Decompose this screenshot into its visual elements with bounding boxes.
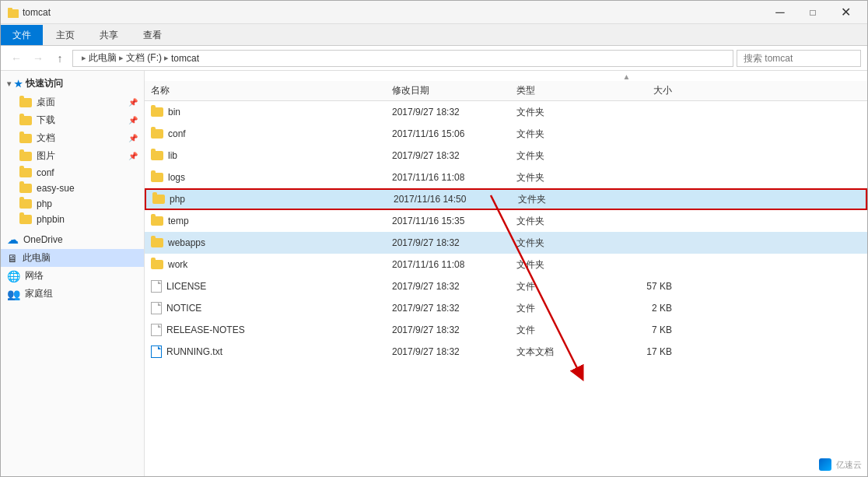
sidebar-item-homegroup[interactable]: 👥 家庭组 xyxy=(1,285,144,303)
file-list-header: 名称 修改日期 类型 大小 xyxy=(145,81,867,101)
tab-share[interactable]: 共享 xyxy=(88,25,130,45)
quick-access-arrow: ▾ xyxy=(7,79,11,88)
path-sep-2: ▸ xyxy=(164,53,169,63)
forward-button[interactable]: → xyxy=(29,49,47,68)
sidebar-item-conf[interactable]: conf xyxy=(1,165,144,181)
col-header-type[interactable]: 类型 xyxy=(516,84,610,97)
sidebar-item-phpbin[interactable]: phpbin xyxy=(1,212,144,227)
svg-rect-1 xyxy=(8,12,19,18)
file-date: 2017/9/27 18:32 xyxy=(392,107,516,117)
file-name: bin xyxy=(168,107,180,117)
homegroup-icon: 👥 xyxy=(7,288,20,300)
path-documents[interactable]: 文档 (F:) xyxy=(126,51,162,65)
sidebar-item-onedrive[interactable]: ☁ OneDrive xyxy=(1,230,144,249)
file-icon-titlebar xyxy=(7,6,19,19)
tab-home[interactable]: 主页 xyxy=(44,25,86,45)
file-date: 2017/9/27 18:32 xyxy=(392,237,516,248)
computer-icon: 🖥 xyxy=(7,252,18,265)
txt-file-icon xyxy=(151,345,162,358)
sidebar-section-quick-access[interactable]: ▾ ★ 快速访问 xyxy=(1,74,144,93)
pin-icon-documents: 📌 xyxy=(128,134,138,142)
folder-icon xyxy=(19,152,32,161)
title-bar: tomcat ─ □ ✕ xyxy=(1,1,867,24)
file-name: LICENSE xyxy=(166,281,206,292)
file-type: 文件夹 xyxy=(516,149,610,163)
file-row-temp[interactable]: temp 2017/11/16 15:35 文件夹 xyxy=(145,210,867,232)
sidebar-item-pictures[interactable]: 图片 📌 xyxy=(1,147,144,165)
file-row-logs[interactable]: logs 2017/11/16 11:08 文件夹 xyxy=(145,167,867,188)
file-date: 2017/9/27 18:32 xyxy=(392,150,516,161)
file-row-running-txt[interactable]: RUNNING.txt 2017/9/27 18:32 文本文档 17 KB xyxy=(145,341,867,363)
file-row-license[interactable]: LICENSE 2017/9/27 18:32 文件 57 KB xyxy=(145,275,867,297)
sidebar-item-label-network: 网络 xyxy=(25,269,44,282)
col-name-label: 名称 xyxy=(151,84,170,97)
pin-icon-desktop: 📌 xyxy=(128,98,138,107)
file-row-webapps[interactable]: webapps 2017/9/27 18:32 文件夹 xyxy=(145,232,867,254)
sidebar-item-documents[interactable]: 文档 📌 xyxy=(1,129,144,147)
file-type: 文件 xyxy=(516,302,610,315)
folder-icon xyxy=(151,107,163,117)
file-icon xyxy=(151,324,162,336)
file-row-notice[interactable]: NOTICE 2017/9/27 18:32 文件 2 KB xyxy=(145,297,867,319)
path-tomcat[interactable]: tomcat xyxy=(171,53,199,64)
sidebar-item-label-this-pc: 此电脑 xyxy=(23,251,51,265)
file-date: 2017/11/16 15:35 xyxy=(392,216,516,226)
sidebar-item-label-phpbin: phpbin xyxy=(37,214,65,225)
file-name: conf xyxy=(168,128,186,139)
file-type: 文件夹 xyxy=(516,258,610,272)
sidebar-item-desktop[interactable]: 桌面 📌 xyxy=(1,93,144,111)
folder-icon xyxy=(19,116,32,125)
file-size: 57 KB xyxy=(610,281,672,292)
onedrive-icon: ☁ xyxy=(7,233,19,247)
sidebar-item-label-homegroup: 家庭组 xyxy=(25,287,53,300)
path-this-pc[interactable]: 此电脑 xyxy=(89,51,117,65)
file-date: 2017/11/16 11:08 xyxy=(392,172,516,183)
file-name: logs xyxy=(168,172,185,183)
sidebar-item-label-php: php xyxy=(37,198,52,209)
sidebar-item-this-pc[interactable]: 🖥 此电脑 xyxy=(1,249,144,267)
file-row-conf[interactable]: conf 2017/11/16 15:06 文件夹 xyxy=(145,123,867,145)
folder-icon xyxy=(152,195,165,204)
file-row-lib[interactable]: lib 2017/9/27 18:32 文件夹 xyxy=(145,145,867,167)
folder-icon xyxy=(19,184,32,193)
pin-icon-pictures: 📌 xyxy=(128,152,138,160)
file-date: 2017/9/27 18:32 xyxy=(392,346,516,357)
close-button[interactable]: ✕ xyxy=(830,2,861,23)
title-bar-icons: tomcat xyxy=(7,6,51,19)
file-name: lib xyxy=(168,150,177,161)
folder-icon xyxy=(19,215,32,224)
folder-icon xyxy=(151,129,163,139)
file-row-release-notes[interactable]: RELEASE-NOTES 2017/9/27 18:32 文件 7 KB xyxy=(145,319,867,341)
tab-view[interactable]: 查看 xyxy=(131,25,173,45)
tab-file[interactable]: 文件 xyxy=(1,25,43,45)
path-arrow-1: ▸ xyxy=(82,53,86,63)
search-input[interactable] xyxy=(737,50,861,67)
folder-icon xyxy=(19,98,32,107)
file-icon xyxy=(151,280,162,293)
sidebar-item-easy-sue[interactable]: easy-sue xyxy=(1,181,144,196)
file-size: 2 KB xyxy=(610,303,672,314)
col-header-date[interactable]: 修改日期 xyxy=(392,84,516,97)
file-type: 文本文档 xyxy=(516,345,610,359)
maximize-button[interactable]: □ xyxy=(797,2,828,23)
sidebar-item-php[interactable]: php xyxy=(1,196,144,212)
address-bar: ← → ↑ ▸ 此电脑 ▸ 文档 (F:) ▸ tomcat xyxy=(1,46,867,71)
sidebar-item-downloads[interactable]: 下载 📌 xyxy=(1,111,144,129)
file-type: 文件夹 xyxy=(516,171,610,184)
col-header-size[interactable]: 大小 xyxy=(610,84,672,97)
col-header-name[interactable]: 名称 xyxy=(151,84,392,97)
file-type: 文件 xyxy=(516,324,610,337)
back-button[interactable]: ← xyxy=(7,49,26,68)
file-date: 2017/9/27 18:32 xyxy=(392,324,516,335)
file-row-bin[interactable]: bin 2017/9/27 18:32 文件夹 xyxy=(145,101,867,123)
ribbon-tabs: 文件 主页 共享 查看 xyxy=(1,24,867,46)
minimize-button[interactable]: ─ xyxy=(765,2,796,23)
file-type: 文件 xyxy=(516,280,610,293)
up-button[interactable]: ↑ xyxy=(51,49,69,68)
file-row-php[interactable]: php 2017/11/16 14:50 文件夹 xyxy=(145,188,867,210)
address-path[interactable]: ▸ 此电脑 ▸ 文档 (F:) ▸ tomcat xyxy=(72,50,733,67)
file-name: RUNNING.txt xyxy=(166,346,222,357)
sidebar-item-network[interactable]: 🌐 网络 xyxy=(1,267,144,285)
file-name: RELEASE-NOTES xyxy=(166,324,245,335)
file-row-work[interactable]: work 2017/11/16 11:08 文件夹 xyxy=(145,254,867,275)
